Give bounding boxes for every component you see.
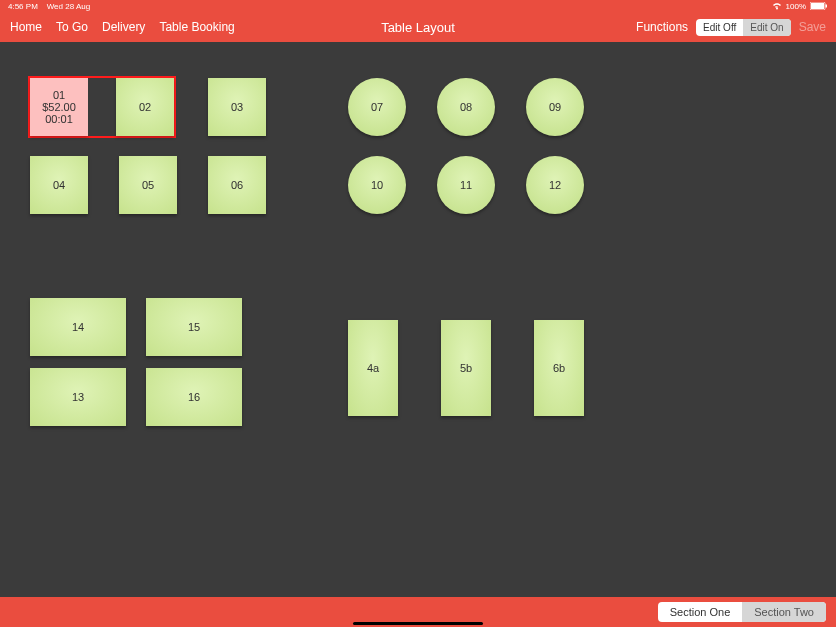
- table-02-label: 02: [139, 101, 151, 113]
- table-02[interactable]: 02: [116, 78, 174, 136]
- table-09[interactable]: 09: [526, 78, 584, 136]
- status-right: 100%: [772, 2, 828, 11]
- table-08-label: 08: [460, 101, 472, 113]
- table-06-label: 06: [231, 179, 243, 191]
- table-6b[interactable]: 6b: [534, 320, 584, 416]
- table-canvas[interactable]: 01 $52.00 00:01 02 03 04 05 06 07 08 09 …: [0, 42, 836, 597]
- table-03-label: 03: [231, 101, 243, 113]
- table-08[interactable]: 08: [437, 78, 495, 136]
- table-06[interactable]: 06: [208, 156, 266, 214]
- table-09-label: 09: [549, 101, 561, 113]
- battery-icon: [810, 2, 828, 10]
- table-05-label: 05: [142, 179, 154, 191]
- svg-rect-1: [811, 3, 824, 9]
- nav-booking[interactable]: Table Booking: [159, 20, 234, 34]
- edit-mode-toggle: Edit Off Edit On: [696, 19, 791, 36]
- save-button[interactable]: Save: [799, 20, 826, 34]
- table-5b-label: 5b: [460, 362, 472, 374]
- status-time: 4:56 PM: [8, 2, 38, 11]
- status-battery-pct: 100%: [786, 2, 806, 11]
- table-01-amount: $52.00: [42, 101, 76, 113]
- table-16[interactable]: 16: [146, 368, 242, 426]
- table-04[interactable]: 04: [30, 156, 88, 214]
- table-03[interactable]: 03: [208, 78, 266, 136]
- table-12[interactable]: 12: [526, 156, 584, 214]
- nav-delivery[interactable]: Delivery: [102, 20, 145, 34]
- table-01-elapsed: 00:01: [45, 113, 73, 125]
- table-04-label: 04: [53, 179, 65, 191]
- table-13[interactable]: 13: [30, 368, 126, 426]
- table-14[interactable]: 14: [30, 298, 126, 356]
- table-10-label: 10: [371, 179, 383, 191]
- section-toggle: Section One Section Two: [658, 602, 826, 622]
- status-time-date: 4:56 PM Wed 28 Aug: [8, 2, 90, 11]
- table-01[interactable]: 01 $52.00 00:01: [30, 78, 88, 136]
- svg-rect-2: [826, 5, 828, 8]
- table-5b[interactable]: 5b: [441, 320, 491, 416]
- table-15[interactable]: 15: [146, 298, 242, 356]
- selection-gap: [88, 78, 116, 136]
- status-date: Wed 28 Aug: [47, 2, 90, 11]
- home-indicator: [353, 622, 483, 625]
- status-bar: 4:56 PM Wed 28 Aug 100%: [0, 0, 836, 12]
- nav-right: Functions Edit Off Edit On Save: [636, 19, 826, 36]
- table-4a[interactable]: 4a: [348, 320, 398, 416]
- table-14-label: 14: [72, 321, 84, 333]
- edit-on-button[interactable]: Edit On: [743, 19, 790, 36]
- section-one-button[interactable]: Section One: [658, 602, 743, 622]
- nav-togo[interactable]: To Go: [56, 20, 88, 34]
- nav-bar: Home To Go Delivery Table Booking Table …: [0, 12, 836, 42]
- wifi-icon: [772, 2, 782, 10]
- table-13-label: 13: [72, 391, 84, 403]
- nav-home[interactable]: Home: [10, 20, 42, 34]
- table-4a-label: 4a: [367, 362, 379, 374]
- table-07-label: 07: [371, 101, 383, 113]
- table-15-label: 15: [188, 321, 200, 333]
- table-6b-label: 6b: [553, 362, 565, 374]
- edit-off-button[interactable]: Edit Off: [696, 19, 743, 36]
- table-01-label: 01: [53, 89, 65, 101]
- table-07[interactable]: 07: [348, 78, 406, 136]
- nav-left: Home To Go Delivery Table Booking: [10, 20, 235, 34]
- table-05[interactable]: 05: [119, 156, 177, 214]
- bottom-bar: Section One Section Two: [0, 597, 836, 627]
- table-11[interactable]: 11: [437, 156, 495, 214]
- table-selection-group[interactable]: 01 $52.00 00:01 02: [28, 76, 176, 138]
- section-two-button[interactable]: Section Two: [742, 602, 826, 622]
- nav-functions[interactable]: Functions: [636, 20, 688, 34]
- table-12-label: 12: [549, 179, 561, 191]
- table-11-label: 11: [460, 179, 472, 191]
- table-10[interactable]: 10: [348, 156, 406, 214]
- table-16-label: 16: [188, 391, 200, 403]
